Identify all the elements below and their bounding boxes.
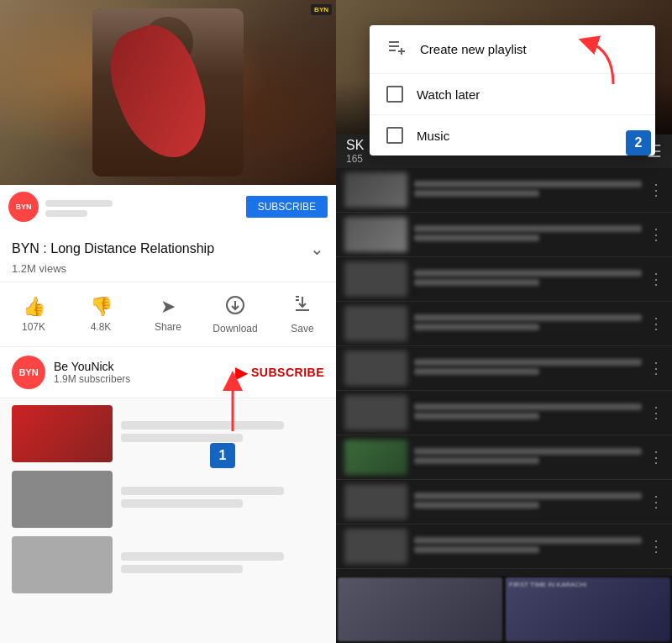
byn-badge: BYN	[311, 4, 332, 15]
bottom-thumbs: FIRST TIME IN KARACHI	[336, 576, 672, 643]
right-playlist-list: ⋮ ⋮ ⋮ ⋮ ⋮	[336, 168, 672, 576]
step-2-badge: 2	[626, 130, 651, 155]
more-dots-icon[interactable]: ⋮	[648, 314, 664, 333]
video-info: BYN : Long Distance Relationship ⌄ 1.2M …	[0, 229, 336, 282]
watch-later-checkbox[interactable]	[386, 86, 403, 103]
playlist-item: ⋮	[336, 302, 672, 346]
watch-later-item[interactable]: Watch later	[370, 74, 655, 115]
more-dots-icon[interactable]: ⋮	[648, 181, 664, 199]
watch-later-label: Watch later	[417, 87, 480, 102]
like-count: 107K	[22, 321, 45, 333]
playlist-item: ⋮	[336, 391, 672, 435]
more-dots-icon[interactable]: ⋮	[648, 537, 664, 556]
dropdown-menu: Create new playlist Watch later Music	[370, 25, 655, 155]
subscribe-button[interactable]: ▶ SUBSCRIBE	[235, 362, 324, 382]
channel-avatar: BYN	[12, 356, 45, 389]
video-thumbnail: BYN	[0, 0, 336, 185]
video-thumb	[12, 471, 113, 528]
video-views: 1.2M views	[12, 262, 324, 275]
video-title: BYN : Long Distance Relationship	[12, 240, 303, 258]
channel-subs: 1.9M subscribers	[54, 373, 235, 385]
save-label: Save	[291, 323, 313, 335]
create-playlist-item[interactable]: Create new playlist	[370, 25, 655, 74]
video-thumb	[12, 536, 113, 593]
right-panel: SK 165 ☰ ⋮ ⋮ ⋮	[336, 0, 672, 643]
right-subs: 165	[346, 153, 364, 165]
playlist-item: ⋮	[336, 257, 672, 302]
dislike-button[interactable]: 👎 4.8K	[67, 291, 134, 338]
music-item[interactable]: Music	[370, 115, 655, 155]
channel-info-small	[45, 198, 239, 217]
recommended-item	[12, 536, 324, 593]
playlist-item: ⋮	[336, 480, 672, 524]
channel-name: Be YouNick	[54, 360, 235, 373]
more-dots-icon[interactable]: ⋮	[648, 225, 664, 244]
playlist-item: ⋮	[336, 435, 672, 480]
share-label: Share	[155, 321, 181, 333]
playlist-item: ⋮	[336, 213, 672, 257]
step-1-badge: 1	[210, 443, 235, 468]
download-label: Download	[213, 323, 257, 335]
right-channel-name: SK	[346, 138, 364, 153]
more-dots-icon[interactable]: ⋮	[648, 448, 664, 466]
recommended-item	[12, 471, 324, 528]
subscribe-text: SUBSCRIBE	[251, 366, 324, 379]
youtube-logo-icon: ▶	[235, 362, 248, 382]
playlist-add-icon	[386, 37, 407, 61]
download-button[interactable]: Download	[202, 290, 269, 340]
like-button[interactable]: 👍 107K	[0, 291, 67, 338]
more-dots-icon[interactable]: ⋮	[648, 270, 664, 288]
playlist-item: ⋮	[336, 346, 672, 391]
chevron-down-icon[interactable]: ⌄	[310, 239, 324, 259]
recommended-item	[12, 405, 324, 462]
more-dots-icon[interactable]: ⋮	[648, 493, 664, 511]
playlist-item: ⋮	[336, 168, 672, 213]
share-button[interactable]: ➤ Share	[134, 291, 202, 338]
save-icon	[292, 294, 312, 319]
video-thumb	[12, 405, 113, 462]
playlist-item: ⋮	[336, 524, 672, 569]
channel-bar: BYN SUBSCRIBE	[0, 185, 336, 229]
subscribe-btn-bar[interactable]: SUBSCRIBE	[246, 196, 328, 218]
more-dots-icon[interactable]: ⋮	[648, 403, 664, 422]
dislike-count: 4.8K	[91, 321, 112, 333]
thumbs-down-icon: 👎	[90, 296, 113, 318]
thumbs-up-icon: 👍	[23, 296, 45, 318]
create-playlist-label: Create new playlist	[420, 42, 527, 56]
music-checkbox[interactable]	[386, 127, 403, 144]
recommended-videos	[0, 398, 336, 609]
action-buttons-bar: 👍 107K 👎 4.8K ➤ Share Download	[0, 282, 336, 347]
download-icon	[225, 295, 245, 319]
music-label: Music	[417, 129, 449, 143]
channel-avatar-small: BYN	[8, 192, 39, 222]
subscribe-row: BYN Be YouNick 1.9M subscribers ▶ SUBSCR…	[0, 347, 336, 398]
channel-details: Be YouNick 1.9M subscribers	[54, 360, 235, 385]
share-icon: ➤	[160, 296, 176, 318]
left-panel: BYN BYN SUBSCRIBE BYN : Long Distance Re…	[0, 0, 336, 643]
save-button[interactable]: Save	[269, 289, 336, 340]
more-dots-icon[interactable]: ⋮	[648, 359, 664, 377]
